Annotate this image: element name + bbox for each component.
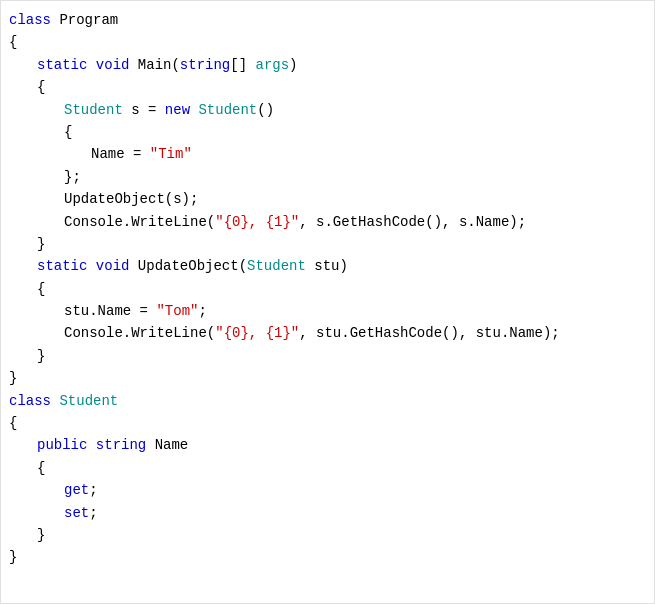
code-token: class xyxy=(9,390,51,412)
code-token xyxy=(87,255,95,277)
code-line: static void UpdateObject(Student stu) xyxy=(1,255,654,277)
code-token: string xyxy=(96,434,146,456)
code-token: Name = xyxy=(91,143,150,165)
code-line: static void Main(string[] args) xyxy=(1,54,654,76)
code-line: class Student xyxy=(1,390,654,412)
code-token: ; xyxy=(89,479,97,501)
code-token: [] xyxy=(230,54,255,76)
code-line: public string Name xyxy=(1,434,654,456)
code-token: { xyxy=(37,278,45,300)
code-token: , stu.GetHashCode(), stu.Name); xyxy=(299,322,559,344)
code-token: public xyxy=(37,434,87,456)
code-line: }; xyxy=(1,166,654,188)
code-token: string xyxy=(180,54,230,76)
code-token: UpdateObject(s); xyxy=(64,188,198,210)
code-token: Student xyxy=(198,99,257,121)
code-token: }; xyxy=(64,166,81,188)
code-token xyxy=(87,434,95,456)
code-token xyxy=(87,54,95,76)
code-token: Name xyxy=(146,434,188,456)
code-line: stu.Name = "Tom"; xyxy=(1,300,654,322)
code-token: Console.WriteLine( xyxy=(64,211,215,233)
code-token: "Tim" xyxy=(150,143,192,165)
code-token: } xyxy=(37,233,45,255)
code-token: stu.Name = xyxy=(64,300,156,322)
code-line: { xyxy=(1,31,654,53)
code-token: s = xyxy=(123,99,165,121)
code-line: UpdateObject(s); xyxy=(1,188,654,210)
code-line: Name = "Tim" xyxy=(1,143,654,165)
code-token: static xyxy=(37,255,87,277)
code-line: } xyxy=(1,367,654,389)
code-token: Student xyxy=(64,99,123,121)
code-token: { xyxy=(9,412,17,434)
code-token: Student xyxy=(247,255,306,277)
code-token: args xyxy=(256,54,290,76)
code-line: { xyxy=(1,457,654,479)
code-line: } xyxy=(1,233,654,255)
code-line: { xyxy=(1,278,654,300)
code-token: ) xyxy=(289,54,297,76)
code-token: { xyxy=(64,121,72,143)
code-line: set; xyxy=(1,502,654,524)
code-token: "{0}, {1}" xyxy=(215,322,299,344)
code-editor: class Program{static void Main(string[] … xyxy=(0,0,655,604)
code-token: void xyxy=(96,54,130,76)
code-token: stu) xyxy=(306,255,348,277)
code-token: static xyxy=(37,54,87,76)
code-line: class Program xyxy=(1,9,654,31)
code-token: Program xyxy=(51,9,118,31)
code-token: { xyxy=(9,31,17,53)
code-token: new xyxy=(165,99,190,121)
code-line: } xyxy=(1,546,654,568)
code-token: , s.GetHashCode(), s.Name); xyxy=(299,211,526,233)
code-line: Console.WriteLine("{0}, {1}", stu.GetHas… xyxy=(1,322,654,344)
code-token: { xyxy=(37,457,45,479)
code-line: get; xyxy=(1,479,654,501)
code-token: ; xyxy=(89,502,97,524)
code-line: Student s = new Student() xyxy=(1,99,654,121)
code-token xyxy=(190,99,198,121)
code-token: set xyxy=(64,502,89,524)
code-token: } xyxy=(37,345,45,367)
code-token: } xyxy=(9,367,17,389)
code-token: ; xyxy=(198,300,206,322)
code-line: { xyxy=(1,121,654,143)
code-token: Student xyxy=(59,390,118,412)
code-token: void xyxy=(96,255,130,277)
code-token: class xyxy=(9,9,51,31)
code-line: { xyxy=(1,412,654,434)
code-line: } xyxy=(1,524,654,546)
code-token: Console.WriteLine( xyxy=(64,322,215,344)
code-token: "Tom" xyxy=(156,300,198,322)
code-token: UpdateObject( xyxy=(129,255,247,277)
code-token: } xyxy=(37,524,45,546)
code-token: } xyxy=(9,546,17,568)
code-line: { xyxy=(1,76,654,98)
code-line: } xyxy=(1,345,654,367)
code-token: get xyxy=(64,479,89,501)
code-token: () xyxy=(257,99,274,121)
code-token: "{0}, {1}" xyxy=(215,211,299,233)
code-token: { xyxy=(37,76,45,98)
code-line: Console.WriteLine("{0}, {1}", s.GetHashC… xyxy=(1,211,654,233)
code-token xyxy=(51,390,59,412)
code-token: Main( xyxy=(129,54,179,76)
